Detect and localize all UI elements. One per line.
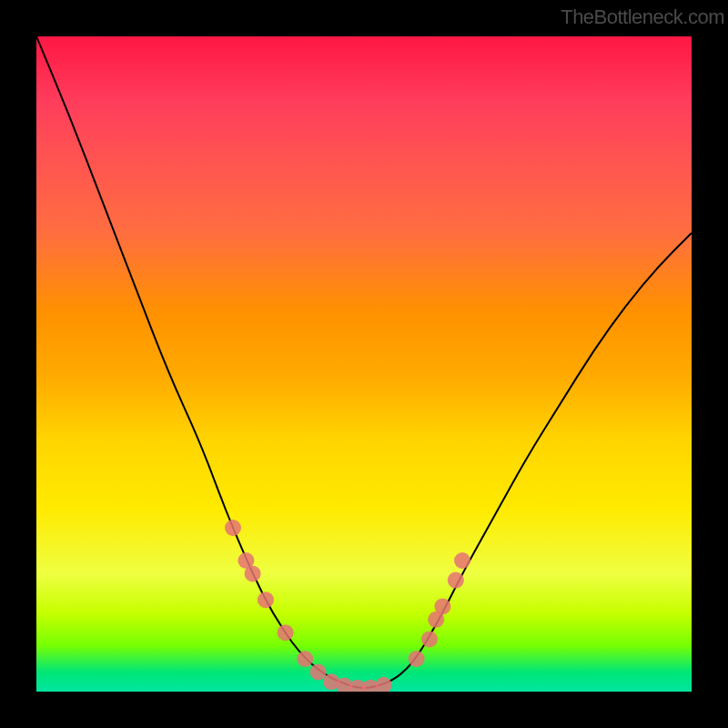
chart-container: TheBottleneck.com — [0, 0, 728, 728]
marker-point — [428, 612, 444, 628]
marker-point — [245, 565, 261, 581]
marker-point — [323, 673, 339, 690]
marker-point — [434, 598, 450, 614]
marker-point — [454, 552, 470, 569]
plot-area — [36, 36, 692, 692]
marker-point — [409, 651, 425, 667]
marker-point — [421, 631, 438, 647]
marker-point — [362, 680, 379, 692]
marker-point — [349, 680, 366, 692]
marker-point — [376, 677, 392, 692]
marker-point — [238, 552, 254, 569]
marker-point — [297, 651, 313, 667]
watermark-text: TheBottleneck.com — [561, 5, 724, 29]
marker-point — [225, 520, 241, 536]
marker-group — [225, 520, 470, 692]
marker-point — [448, 572, 464, 589]
chart-svg — [36, 36, 692, 692]
marker-point — [310, 663, 327, 680]
marker-point — [258, 592, 274, 608]
marker-point — [336, 678, 352, 692]
bottleneck-curve — [36, 36, 692, 688]
marker-point — [278, 624, 294, 641]
